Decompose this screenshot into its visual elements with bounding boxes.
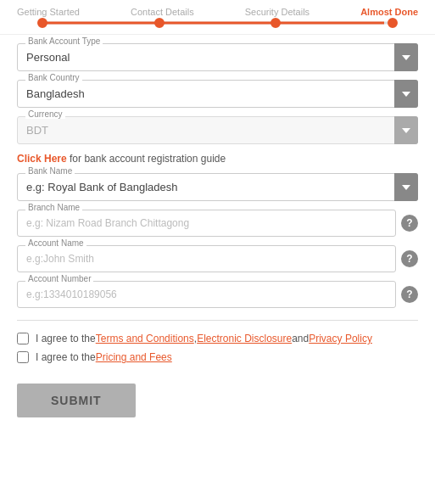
account-number-help-icon[interactable]: ?: [401, 286, 418, 303]
currency-wrapper: BDT USD EUR: [17, 116, 418, 144]
click-here-description: for bank account registration guide: [67, 153, 226, 165]
privacy-policy-link[interactable]: Privacy Policy: [309, 333, 372, 344]
terms-conditions-link[interactable]: Terms and Conditions: [96, 333, 194, 344]
account-number-input[interactable]: [17, 281, 396, 308]
dot-4: [388, 18, 398, 28]
top-divider: [0, 34, 435, 35]
pricing-fees-link[interactable]: Pricing and Fees: [96, 351, 172, 363]
terms-prefix: I agree to the: [36, 333, 96, 344]
bank-account-type-label: Bank Account Type: [25, 36, 103, 46]
electronic-disclosure-link[interactable]: Electronic Disclosure: [197, 333, 292, 344]
section-divider: [17, 320, 418, 321]
account-number-label: Account Number: [25, 274, 93, 283]
account-name-input[interactable]: [17, 245, 396, 272]
account-name-field: Account Name ?: [17, 245, 418, 272]
dot-3: [270, 18, 281, 28]
account-number-field: Account Number ?: [17, 281, 418, 308]
step-dots: [37, 18, 398, 28]
bank-form: Bank Account Type Personal Business Bank…: [0, 43, 435, 363]
step-getting-started: Getting Started: [17, 7, 80, 17]
submit-button[interactable]: SUBMIT: [17, 384, 136, 417]
bank-account-type-field: Bank Account Type Personal Business: [17, 43, 418, 71]
currency-select[interactable]: BDT USD EUR: [17, 116, 418, 144]
account-name-label: Account Name: [25, 238, 86, 248]
pricing-checkbox[interactable]: [17, 351, 29, 363]
pricing-prefix: I agree to the: [36, 351, 96, 363]
click-here-section: Click Here for bank account registration…: [17, 153, 418, 165]
progress-line: [17, 20, 418, 25]
branch-name-label: Branch Name: [25, 203, 82, 212]
bank-account-type-wrapper: Personal Business: [17, 43, 418, 71]
bank-country-label: Bank Country: [25, 73, 82, 82]
currency-field: Currency BDT USD EUR: [17, 116, 418, 144]
bank-name-field: Bank Name e.g: Royal Bank of Bangladesh: [17, 173, 418, 201]
bank-name-label: Bank Name: [25, 166, 75, 176]
pricing-checkbox-row: I agree to the Pricing and Fees: [17, 351, 418, 363]
bank-country-wrapper: Bangladesh India USA: [17, 80, 418, 108]
branch-name-help-icon[interactable]: ?: [401, 215, 418, 232]
dot-2: [154, 18, 165, 28]
terms-and: and: [292, 333, 309, 344]
terms-checkbox[interactable]: [17, 333, 29, 344]
terms-checkbox-row: I agree to the Terms and Conditions , El…: [17, 333, 418, 344]
currency-label: Currency: [25, 109, 65, 119]
account-name-help-icon[interactable]: ?: [401, 250, 418, 267]
branch-name-field: Branch Name ?: [17, 210, 418, 237]
progress-steps: Getting Started Contact Details Security…: [17, 7, 418, 17]
account-number-wrapper: ?: [17, 281, 418, 308]
account-name-wrapper: ?: [17, 245, 418, 272]
bank-name-wrapper: e.g: Royal Bank of Bangladesh: [17, 173, 418, 201]
bank-account-type-select[interactable]: Personal Business: [17, 43, 418, 71]
submit-area: SUBMIT: [0, 370, 435, 434]
dot-1: [37, 18, 47, 28]
step-security-details: Security Details: [245, 7, 310, 17]
progress-bar-container: Getting Started Contact Details Security…: [0, 0, 435, 25]
step-almost-done: Almost Done: [360, 7, 418, 17]
branch-name-wrapper: ?: [17, 210, 418, 237]
branch-name-input[interactable]: [17, 210, 396, 237]
step-contact-details: Contact Details: [131, 7, 194, 17]
bank-name-select[interactable]: e.g: Royal Bank of Bangladesh: [17, 173, 418, 201]
bank-country-field: Bank Country Bangladesh India USA: [17, 80, 418, 108]
bank-country-select[interactable]: Bangladesh India USA: [17, 80, 418, 108]
click-here-link[interactable]: Click Here: [17, 153, 67, 165]
